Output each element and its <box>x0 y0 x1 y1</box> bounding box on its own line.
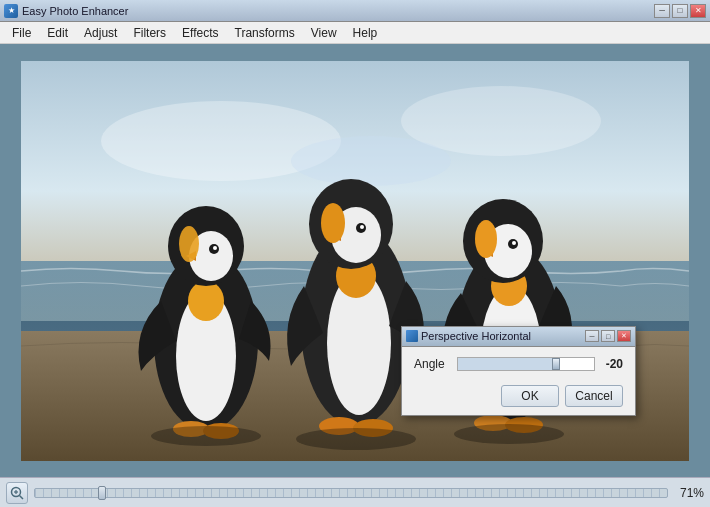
menu-bar: File Edit Adjust Filters Effects Transfo… <box>0 22 710 44</box>
app-title: Easy Photo Enhancer <box>22 5 128 17</box>
menu-transforms[interactable]: Transforms <box>227 24 303 42</box>
dialog-title-text: Perspective Horizontal <box>421 330 531 342</box>
angle-row: Angle -20 <box>414 357 623 371</box>
dialog-title-bar: Perspective Horizontal ─ □ ✕ <box>402 327 635 347</box>
title-bar: ★ Easy Photo Enhancer ─ □ ✕ <box>0 0 710 22</box>
dialog-title-buttons: ─ □ ✕ <box>585 330 631 342</box>
slider-thumb[interactable] <box>552 358 560 370</box>
menu-effects[interactable]: Effects <box>174 24 226 42</box>
zoom-percent-label: 71% <box>674 486 704 500</box>
maximize-button[interactable]: □ <box>672 4 688 18</box>
bottom-toolbar: 71% <box>0 477 710 507</box>
menu-help[interactable]: Help <box>345 24 386 42</box>
angle-value: -20 <box>603 357 623 371</box>
svg-point-3 <box>291 136 451 186</box>
svg-line-40 <box>20 495 24 499</box>
svg-point-33 <box>512 241 516 245</box>
menu-filters[interactable]: Filters <box>125 24 174 42</box>
zoom-thumb[interactable] <box>98 486 106 500</box>
zoom-slider[interactable] <box>34 488 668 498</box>
perspective-dialog: Perspective Horizontal ─ □ ✕ Angle -20 <box>401 326 636 416</box>
cancel-button[interactable]: Cancel <box>565 385 623 407</box>
title-bar-buttons: ─ □ ✕ <box>654 4 706 18</box>
dialog-close-button[interactable]: ✕ <box>617 330 631 342</box>
svg-point-23 <box>360 225 364 229</box>
dialog-maximize-button[interactable]: □ <box>601 330 615 342</box>
svg-point-11 <box>179 226 199 262</box>
angle-label: Angle <box>414 357 449 371</box>
svg-point-31 <box>475 220 497 258</box>
dialog-minimize-button[interactable]: ─ <box>585 330 599 342</box>
svg-point-8 <box>188 281 224 321</box>
menu-edit[interactable]: Edit <box>39 24 76 42</box>
svg-point-37 <box>296 428 416 450</box>
svg-point-21 <box>321 203 345 243</box>
menu-view[interactable]: View <box>303 24 345 42</box>
svg-point-36 <box>151 426 261 446</box>
title-bar-left: ★ Easy Photo Enhancer <box>4 4 128 18</box>
dialog-title-left: Perspective Horizontal <box>406 330 531 342</box>
dialog-icon <box>406 330 418 342</box>
angle-slider[interactable] <box>457 357 595 371</box>
minimize-button[interactable]: ─ <box>654 4 670 18</box>
slider-fill <box>458 358 556 370</box>
menu-adjust[interactable]: Adjust <box>76 24 125 42</box>
app-icon: ★ <box>4 4 18 18</box>
dialog-action-buttons: OK Cancel <box>414 383 623 407</box>
dialog-content: Angle -20 OK Cancel <box>402 347 635 415</box>
close-button[interactable]: ✕ <box>690 4 706 18</box>
zoom-track <box>35 489 667 497</box>
svg-point-13 <box>213 246 217 250</box>
menu-file[interactable]: File <box>4 24 39 42</box>
main-area: Perspective Horizontal ─ □ ✕ Angle -20 <box>0 44 710 477</box>
zoom-icon[interactable] <box>6 482 28 504</box>
ok-button[interactable]: OK <box>501 385 559 407</box>
photo-canvas: Perspective Horizontal ─ □ ✕ Angle -20 <box>21 61 689 461</box>
svg-point-38 <box>454 424 564 444</box>
